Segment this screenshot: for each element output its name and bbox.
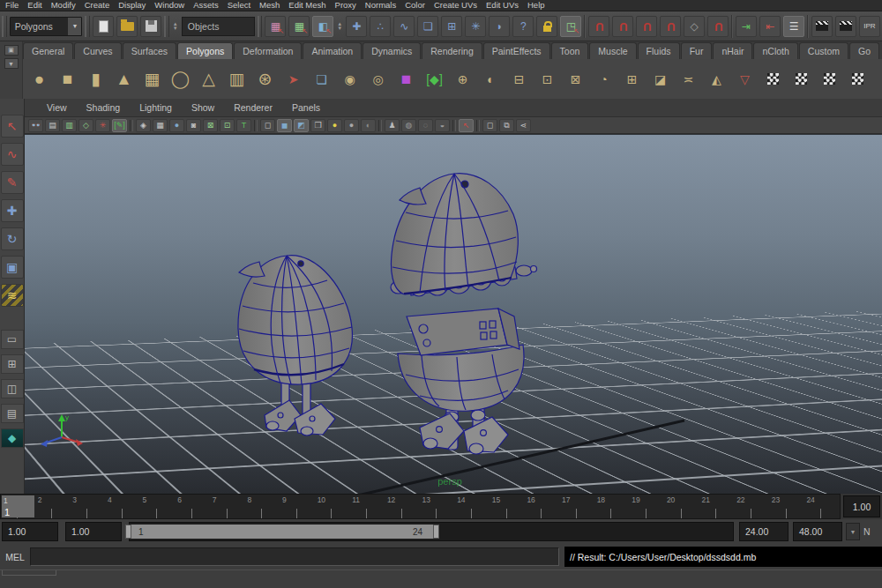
camera-select-icon[interactable]: 👓 xyxy=(28,119,43,132)
animation-start-field[interactable]: 1.00 xyxy=(65,522,122,541)
spherical-mapping-icon[interactable] xyxy=(816,64,843,94)
shelf-tab-fur[interactable]: Fur xyxy=(681,42,713,59)
model-bird-large[interactable] xyxy=(391,174,537,454)
grease-pencil-icon[interactable]: [✎] xyxy=(112,119,127,132)
poly-torus-icon[interactable]: ◯ xyxy=(167,64,194,94)
status-line-grip[interactable] xyxy=(2,16,7,37)
chevron-down-icon[interactable]: ▼ xyxy=(68,18,81,35)
select-by-component-type-icon[interactable]: ◧↖ xyxy=(312,16,333,37)
poly-platonic-icon[interactable]: ⊛ xyxy=(251,64,279,94)
timeline-frame[interactable]: 8 xyxy=(245,495,280,518)
scale-tool-icon[interactable]: ▣ xyxy=(1,256,24,279)
timeline-frame[interactable]: 10 xyxy=(316,495,351,518)
bookmarks-icon[interactable]: ◇ xyxy=(78,119,93,132)
shelf-tab-custom[interactable]: Custom xyxy=(799,42,848,59)
select-by-hierarchy-icon[interactable]: ▦↖ xyxy=(265,16,286,37)
grid-icon[interactable]: ◈ xyxy=(136,119,151,132)
range-slider-bar[interactable]: 1 24 xyxy=(131,525,433,539)
timeline-frame[interactable]: 5 xyxy=(141,495,176,518)
scene-view-icon[interactable]: ◻ xyxy=(482,119,497,132)
safe-title-icon[interactable]: T xyxy=(236,119,251,132)
scene-models[interactable] xyxy=(25,135,882,494)
shelf-tab-painteffects[interactable]: PaintEffects xyxy=(483,42,550,59)
timeline-frame[interactable]: 9 xyxy=(280,495,316,518)
timeline-frame[interactable]: 18 xyxy=(595,495,631,518)
triangulate-icon[interactable]: ◭ xyxy=(703,64,730,94)
cylindrical-mapping-icon[interactable] xyxy=(788,64,815,94)
timeline-frame[interactable]: 20 xyxy=(665,495,700,518)
quad-draw-icon[interactable]: ❏ xyxy=(308,64,335,94)
render-settings-icon[interactable]: IPR xyxy=(859,16,880,37)
range-end-handle[interactable] xyxy=(433,525,439,539)
construction-history-icon[interactable]: ☰ xyxy=(783,16,804,37)
command-line-mode-label[interactable]: MEL xyxy=(0,552,30,562)
field-chart-icon[interactable]: ⊠ xyxy=(203,119,218,132)
menu-color[interactable]: Color xyxy=(400,0,430,11)
layout-four-pane-icon[interactable]: ⊞ xyxy=(1,354,24,374)
menu-select[interactable]: Select xyxy=(223,0,255,11)
mask-handles-icon[interactable]: ✚ xyxy=(346,16,367,37)
lighting-flat-icon[interactable]: ◐ xyxy=(361,119,376,132)
isolate-select-icon[interactable]: ↖ xyxy=(459,119,474,132)
shelf-tab-deformation[interactable]: Deformation xyxy=(234,42,302,59)
output-connections-icon[interactable]: ⇤ xyxy=(759,16,781,37)
poly-pipe-icon[interactable]: ▥ xyxy=(223,64,250,94)
reduce-icon[interactable]: ▽ xyxy=(731,64,759,94)
paint-select-tool-icon[interactable]: ✎ xyxy=(1,171,24,194)
shelf-tab-curves[interactable]: Curves xyxy=(74,42,121,59)
command-input[interactable] xyxy=(30,547,559,566)
planar-mapping-icon[interactable] xyxy=(759,64,787,94)
timeline-ruler[interactable]: 1 2 3 4 5 6 7 8 xyxy=(0,494,841,519)
menu-modify[interactable]: Modify xyxy=(47,0,80,11)
shelf-tab-selector-icon[interactable]: ▣ xyxy=(4,45,19,56)
timeline-frame[interactable]: 22 xyxy=(735,495,770,518)
panel-menu-lighting[interactable]: Lighting xyxy=(130,102,182,113)
menu-display[interactable]: Display xyxy=(114,0,150,11)
soft-modification-tool-icon[interactable]: ≋ xyxy=(1,284,24,307)
mask-collapse-icon[interactable]: ▲▼ xyxy=(336,22,343,31)
timeline-frame[interactable]: 6 xyxy=(176,495,211,518)
smooth-icon[interactable]: ◔ xyxy=(590,64,617,94)
booleans-icon[interactable]: ◐ xyxy=(477,64,505,94)
timeline-frame[interactable]: 13 xyxy=(421,495,456,518)
range-start-handle[interactable] xyxy=(125,525,131,539)
panel-menu-show[interactable]: Show xyxy=(182,102,224,113)
menu-normals[interactable]: Normals xyxy=(361,0,400,11)
shadows-icon[interactable]: ♟ xyxy=(385,119,400,132)
shelf-tab-dynamics[interactable]: Dynamics xyxy=(363,42,421,59)
model-bird-small[interactable] xyxy=(238,256,352,435)
timeline-frame[interactable]: 14 xyxy=(455,495,490,518)
rotate-tool-icon[interactable]: ↻ xyxy=(1,227,24,250)
file-group-grip[interactable] xyxy=(85,16,90,37)
lock-selection-icon[interactable] xyxy=(536,16,557,37)
current-time-field[interactable]: 1.00 xyxy=(843,495,880,517)
timeline-frame[interactable]: 24 xyxy=(804,495,840,518)
select-by-object-type-icon[interactable]: ▦↖ xyxy=(288,16,310,37)
shelf-menu-icon[interactable]: ▼ xyxy=(4,58,19,69)
playback-end-field[interactable]: 24.00 xyxy=(739,522,789,541)
timeline-frame[interactable]: 2 xyxy=(36,495,71,518)
menu-proxy[interactable]: Proxy xyxy=(331,0,361,11)
panel-menu-renderer[interactable]: Renderer xyxy=(224,102,282,113)
resolution-gate-icon[interactable]: ● xyxy=(169,119,184,132)
shelf-tab-surfaces[interactable]: Surfaces xyxy=(123,42,176,59)
poly-cone-icon[interactable]: ▲ xyxy=(110,64,138,94)
timeline-frame[interactable]: 3 xyxy=(71,495,106,518)
gate-mask-icon[interactable]: ◙ xyxy=(186,119,201,132)
collapse-arrows-icon[interactable]: ▲▼ xyxy=(172,22,179,31)
shelf-tab-rendering[interactable]: Rendering xyxy=(422,42,482,59)
automatic-mapping-icon[interactable] xyxy=(844,64,871,94)
snap-to-grids-icon[interactable]: U xyxy=(588,16,609,37)
timeline-frame[interactable]: 7 xyxy=(211,495,246,518)
range-slider-track[interactable]: 1 24 xyxy=(129,522,734,541)
mask-joints-icon[interactable]: ∴ xyxy=(370,16,391,37)
wireframe-icon[interactable]: ◻ xyxy=(260,119,275,132)
mask-dynamics-icon[interactable]: ✳ xyxy=(465,16,486,37)
menu-file[interactable]: File xyxy=(1,0,23,11)
panel-menu-view[interactable]: View xyxy=(37,102,77,113)
menu-edit-uvs[interactable]: Edit UVs xyxy=(482,0,523,11)
mask-surfaces-icon[interactable]: ❏ xyxy=(417,16,438,37)
layout-two-pane-stacked-icon[interactable]: ▤ xyxy=(1,404,24,423)
new-scene-icon[interactable] xyxy=(93,16,114,37)
fill-hole-icon[interactable]: ⊡ xyxy=(534,64,561,94)
